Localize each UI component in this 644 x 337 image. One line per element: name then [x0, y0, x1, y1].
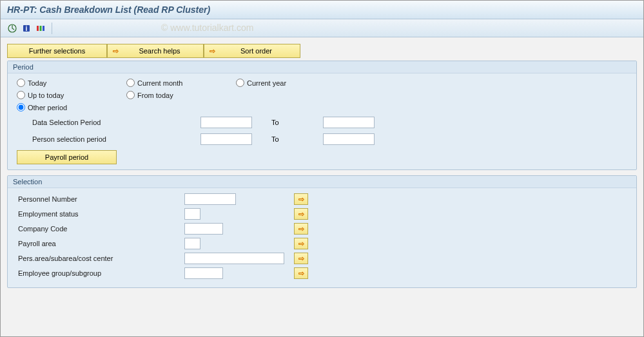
radio-input[interactable] [126, 91, 135, 99]
field-label: Employee group/subgroup [17, 269, 184, 277]
radio-input[interactable] [17, 79, 25, 87]
input-cell [184, 253, 294, 264]
selection-row: Pers.area/subarea/cost center⇨ [17, 253, 627, 264]
radio-input[interactable] [126, 79, 135, 87]
button-label: Sort order [218, 47, 295, 55]
selection-groupbox: Selection Personnel Number⇨Employment st… [7, 175, 637, 288]
svg-rect-4 [40, 26, 42, 31]
svg-text:i: i [26, 25, 28, 32]
further-selections-button[interactable]: Further selections [7, 44, 107, 58]
radio-input[interactable] [17, 91, 25, 99]
arrow-right-icon: ⇨ [298, 255, 304, 263]
payroll-period-button[interactable]: Payroll period [17, 150, 117, 164]
selection-title: Selection [8, 176, 636, 188]
selection-input[interactable] [184, 223, 223, 235]
period-title: Period [8, 61, 636, 73]
data-selection-to-input[interactable] [323, 117, 375, 128]
field-label: Person selection period [17, 135, 200, 143]
person-selection-row: Person selection period To [17, 132, 627, 146]
selection-input[interactable] [184, 253, 284, 264]
to-label: To [252, 135, 323, 143]
field-label: Employment status [17, 210, 184, 218]
multiple-selection-button[interactable]: ⇨ [294, 208, 308, 220]
field-label: Company Code [17, 225, 184, 233]
svg-rect-3 [37, 26, 39, 31]
arrow-right-icon: ⇨ [298, 225, 304, 233]
button-label: Search helps [121, 47, 198, 55]
arrow-right-icon: ⇨ [298, 210, 304, 218]
button-label: Payroll period [45, 153, 88, 161]
arrow-right-icon: ⇨ [298, 240, 304, 248]
page-title: HR-PT: Cash Breakdown List (Read RP Clus… [7, 5, 637, 15]
sort-order-button[interactable]: ⇨ Sort order [204, 44, 300, 58]
multiple-selection-button[interactable]: ⇨ [294, 193, 308, 205]
field-label: Payroll area [17, 240, 184, 247]
title-bar: HR-PT: Cash Breakdown List (Read RP Clus… [1, 1, 643, 19]
content-area: Further selections ⇨ Search helps ⇨ Sort… [1, 37, 643, 300]
period-groupbox: Period Today Current month Current year [7, 61, 637, 170]
svg-rect-5 [43, 26, 44, 31]
radio-label: From today [137, 91, 173, 99]
radio-label: Other period [28, 104, 67, 111]
radio-current-month[interactable]: Current month [126, 79, 236, 87]
period-radio-grid: Today Current month Current year Up to t… [17, 79, 627, 111]
toolbar: i [1, 19, 643, 37]
radio-label: Up to today [28, 91, 64, 99]
data-selection-row: Data Selection Period To [17, 115, 627, 130]
arrow-right-icon: ⇨ [210, 47, 215, 55]
field-label: Data Selection Period [17, 119, 200, 126]
selection-row: Employment status⇨ [17, 208, 627, 220]
radio-input[interactable] [236, 79, 244, 87]
input-cell [184, 267, 294, 279]
button-row: Further selections ⇨ Search helps ⇨ Sort… [7, 44, 637, 58]
execute-icon[interactable] [7, 23, 17, 34]
arrow-right-icon: ⇨ [298, 269, 304, 278]
selection-input[interactable] [184, 193, 236, 205]
data-selection-from-input[interactable] [200, 117, 252, 128]
multiple-selection-button[interactable]: ⇨ [294, 267, 308, 279]
arrow-right-icon: ⇨ [113, 47, 119, 55]
input-cell [184, 223, 294, 235]
field-label: Pers.area/subarea/cost center [17, 255, 184, 262]
selection-input[interactable] [184, 267, 223, 279]
radio-label: Today [28, 79, 46, 87]
selection-row: Employee group/subgroup⇨ [17, 267, 627, 279]
radio-input[interactable] [17, 103, 25, 111]
multiple-selection-button[interactable]: ⇨ [294, 223, 308, 235]
selection-input[interactable] [184, 238, 200, 249]
radio-today[interactable]: Today [17, 79, 126, 87]
button-label: Further selections [29, 47, 85, 55]
to-label: To [252, 119, 323, 126]
main-window: HR-PT: Cash Breakdown List (Read RP Clus… [0, 0, 644, 337]
multiple-selection-button[interactable]: ⇨ [294, 238, 308, 249]
radio-other-period[interactable]: Other period [17, 103, 126, 111]
selection-row: Personnel Number⇨ [17, 193, 627, 205]
person-selection-to-input[interactable] [323, 133, 375, 145]
multiple-selection-button[interactable]: ⇨ [294, 253, 308, 264]
selection-row: Payroll area⇨ [17, 238, 627, 249]
person-selection-from-input[interactable] [200, 133, 252, 145]
selection-row: Company Code⇨ [17, 223, 627, 235]
input-cell [184, 193, 294, 205]
search-helps-button[interactable]: ⇨ Search helps [107, 44, 204, 58]
field-label: Personnel Number [17, 195, 184, 203]
input-cell [184, 238, 294, 249]
input-cell [184, 208, 294, 220]
radio-from-today[interactable]: From today [126, 91, 236, 99]
info-icon[interactable]: i [21, 23, 32, 34]
palette-icon[interactable] [35, 23, 46, 34]
radio-up-to-today[interactable]: Up to today [17, 91, 126, 99]
arrow-right-icon: ⇨ [298, 195, 304, 204]
radio-label: Current month [137, 79, 182, 87]
selection-input[interactable] [184, 208, 200, 220]
toolbar-separator [52, 23, 52, 34]
radio-current-year[interactable]: Current year [236, 79, 346, 87]
radio-label: Current year [247, 79, 286, 87]
